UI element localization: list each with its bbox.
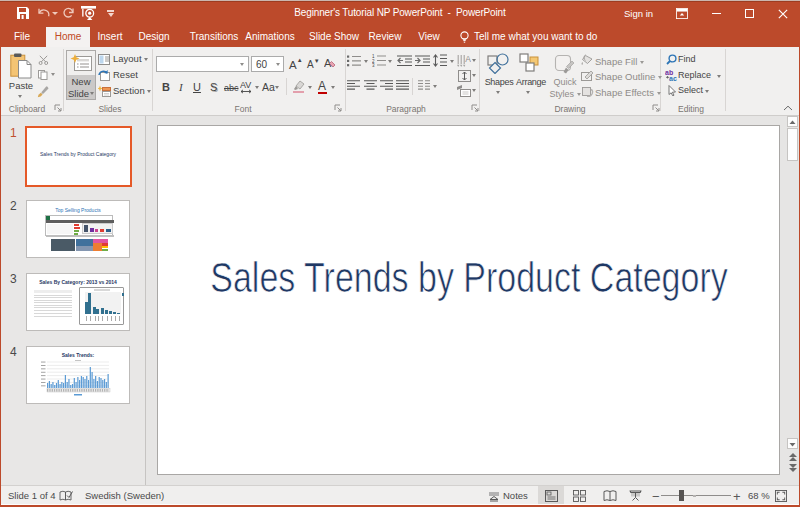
svg-text:AV: AV: [240, 80, 251, 90]
svg-text:A: A: [465, 55, 471, 64]
svg-text:ac: ac: [669, 75, 677, 81]
svg-text:3: 3: [372, 63, 375, 67]
